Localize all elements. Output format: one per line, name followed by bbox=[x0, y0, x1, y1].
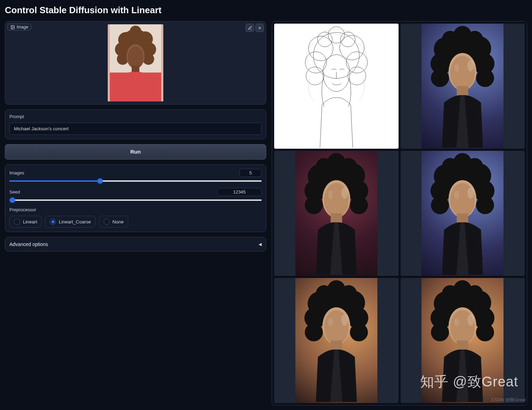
radio-none[interactable]: None bbox=[99, 216, 128, 228]
image-label-tag: Image bbox=[7, 24, 31, 31]
controls-column: Image Prompt Run Images bbox=[5, 21, 266, 405]
page-title: Control Stable Diffusion with Lineart bbox=[5, 5, 527, 16]
preprocessor-label: Preprocessor bbox=[9, 207, 262, 212]
radio-none-label: None bbox=[113, 219, 124, 224]
radio-lineart-coarse[interactable]: Lineart_Coarse bbox=[45, 216, 95, 228]
pencil-icon bbox=[248, 26, 252, 30]
gallery-item[interactable] bbox=[274, 278, 399, 403]
images-slider[interactable] bbox=[9, 180, 262, 182]
advanced-options-label: Advanced options bbox=[9, 241, 48, 247]
seed-value-input[interactable] bbox=[217, 188, 262, 196]
gallery-item[interactable] bbox=[274, 24, 399, 149]
radio-dot-icon bbox=[50, 219, 56, 225]
image-upload-panel[interactable]: Image bbox=[5, 21, 266, 105]
preprocessor-group: Preprocessor Lineart Lineart_Coarse None bbox=[9, 207, 262, 228]
gallery-item[interactable] bbox=[401, 24, 525, 149]
collapse-arrow-icon: ◀ bbox=[259, 242, 262, 247]
images-value-input[interactable] bbox=[239, 169, 262, 177]
prompt-label: Prompt bbox=[9, 114, 262, 119]
radio-dot-icon bbox=[104, 219, 110, 225]
run-button[interactable]: Run bbox=[5, 144, 266, 159]
seed-slider-group: Seed bbox=[9, 188, 262, 201]
prompt-input[interactable] bbox=[9, 123, 262, 135]
radio-lineart[interactable]: Lineart bbox=[9, 216, 42, 228]
advanced-options-accordion[interactable]: Advanced options ◀ bbox=[5, 237, 266, 252]
parameters-panel: Images Seed Preprocesso bbox=[5, 164, 266, 232]
close-icon bbox=[257, 26, 262, 30]
seed-slider[interactable] bbox=[9, 199, 262, 201]
seed-label: Seed bbox=[9, 189, 20, 195]
uploaded-image-preview[interactable] bbox=[108, 24, 163, 101]
radio-lineart-label: Lineart bbox=[23, 219, 37, 224]
images-slider-group: Images bbox=[9, 169, 262, 182]
image-label-text: Image bbox=[17, 25, 28, 30]
image-icon bbox=[10, 25, 15, 30]
images-label: Images bbox=[9, 170, 24, 175]
svg-point-41 bbox=[12, 26, 13, 27]
gallery-item[interactable] bbox=[401, 151, 525, 276]
radio-dot-icon bbox=[14, 219, 20, 225]
gallery-item[interactable] bbox=[274, 151, 399, 276]
edit-image-button[interactable] bbox=[246, 24, 254, 32]
gallery-column bbox=[272, 21, 527, 405]
prompt-panel: Prompt bbox=[5, 109, 266, 139]
output-gallery bbox=[272, 21, 527, 405]
gallery-item[interactable] bbox=[401, 278, 525, 403]
radio-lineart-coarse-label: Lineart_Coarse bbox=[59, 219, 91, 224]
clear-image-button[interactable] bbox=[255, 24, 264, 32]
